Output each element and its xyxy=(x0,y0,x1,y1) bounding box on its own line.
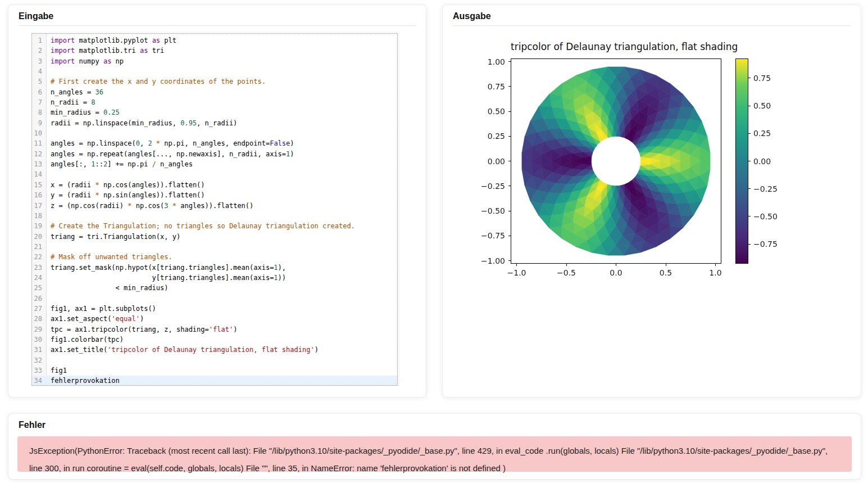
line-number: 23 xyxy=(32,263,46,273)
y-tick-label: 0.00 xyxy=(461,156,505,166)
code-line[interactable]: 26 xyxy=(32,294,397,304)
code-line-text: import matplotlib.pyplot as plt xyxy=(46,35,397,46)
line-number: 15 xyxy=(32,180,46,190)
line-number: 26 xyxy=(32,294,46,304)
code-line[interactable]: 3import numpy as np xyxy=(32,56,397,66)
line-number: 8 xyxy=(32,107,46,118)
code-line[interactable]: 28ax1.set_aspect('equal') xyxy=(32,314,397,324)
code-line[interactable]: 18 xyxy=(32,211,397,221)
code-line[interactable]: 21 xyxy=(32,242,397,252)
tick-mark xyxy=(508,186,511,186)
input-panel: Eingabe 1import matplotlib.pyplot as plt… xyxy=(8,4,426,398)
code-line-text: # Create the Triangulation; no triangles… xyxy=(46,221,397,231)
code-line[interactable]: 5# First create the x and y coordinates … xyxy=(32,76,397,87)
code-line-text: triang = tri.Triangulation(x, y) xyxy=(46,232,397,242)
code-line[interactable]: 4 xyxy=(32,66,397,76)
code-line[interactable]: 27fig1, ax1 = plt.subplots() xyxy=(32,304,397,314)
y-tick-label: −0.50 xyxy=(461,206,505,216)
code-line[interactable]: 31ax1.set_title('tripcolor of Delaunay t… xyxy=(32,345,397,355)
line-number: 31 xyxy=(32,345,46,355)
tick-mark xyxy=(508,61,511,62)
tick-mark xyxy=(508,161,511,161)
code-line[interactable]: 13angles[:, 1::2] += np.pi / n_angles xyxy=(32,159,397,169)
code-line[interactable]: 8min_radius = 0.25 xyxy=(32,107,397,118)
code-line-text: # First create the x and y coordinates o… xyxy=(46,76,397,87)
code-line[interactable]: 7n_radii = 8 xyxy=(32,97,397,107)
x-tick-label: 0.0 xyxy=(599,268,633,278)
colorbar-tick-label: 0.75 xyxy=(753,73,787,83)
code-line[interactable]: 22# Mask off unwanted triangles. xyxy=(32,252,397,262)
code-line-text: fehlerprovokation xyxy=(46,376,397,386)
line-number: 4 xyxy=(32,66,46,76)
line-number: 14 xyxy=(32,169,46,179)
line-number: 10 xyxy=(32,128,46,138)
code-line-text: angles[:, 1::2] += np.pi / n_angles xyxy=(46,159,397,169)
tick-mark xyxy=(748,188,751,189)
tick-mark xyxy=(508,136,511,137)
code-line[interactable]: 1import matplotlib.pyplot as plt xyxy=(32,35,397,46)
code-line[interactable]: 33fig1 xyxy=(32,365,397,376)
code-line[interactable]: 25 < min_radius) xyxy=(32,283,397,293)
code-line[interactable]: 29tpc = ax1.tripcolor(triang, z, shading… xyxy=(32,324,397,335)
code-line[interactable]: 15x = (radii * np.cos(angles)).flatten() xyxy=(32,180,397,190)
tick-mark xyxy=(616,264,616,266)
tick-mark xyxy=(666,264,666,266)
line-number: 1 xyxy=(32,35,46,46)
line-number: 25 xyxy=(32,283,46,293)
line-number: 30 xyxy=(32,335,46,345)
line-number: 33 xyxy=(32,365,46,376)
x-tick-label: −1.0 xyxy=(500,268,534,278)
code-line[interactable]: 19# Create the Triangulation; no triangl… xyxy=(32,221,397,231)
tick-mark xyxy=(715,264,716,266)
code-line[interactable]: 6n_angles = 36 xyxy=(32,87,397,97)
code-line-text: radii = np.linspace(min_radius, 0.95, n_… xyxy=(46,118,397,128)
code-line[interactable]: 30fig1.colorbar(tpc) xyxy=(32,335,397,345)
code-line[interactable]: 12angles = np.repeat(angles[..., np.newa… xyxy=(32,149,397,159)
tick-mark xyxy=(748,161,751,161)
code-line[interactable]: 23triang.set_mask(np.hypot(x[triang.tria… xyxy=(32,263,397,273)
tick-mark xyxy=(508,86,511,87)
code-line[interactable]: 9radii = np.linspace(min_radius, 0.95, n… xyxy=(32,118,397,128)
tick-mark xyxy=(508,236,511,236)
colorbar-tick-label: −0.75 xyxy=(753,239,787,249)
colorbar-canvas xyxy=(735,58,748,264)
code-line-text xyxy=(46,169,397,179)
code-line-text: ax1.set_title('tripcolor of Delaunay tri… xyxy=(46,345,397,355)
code-line-text: z = (np.cos(radii) * np.cos(3 * angles))… xyxy=(46,201,397,211)
code-line-text: y = (radii * np.sin(angles)).flatten() xyxy=(46,190,397,200)
code-line-text: angles = np.repeat(angles[..., np.newaxi… xyxy=(46,149,397,159)
line-number: 12 xyxy=(32,149,46,159)
code-editor[interactable]: 1import matplotlib.pyplot as plt2import … xyxy=(31,33,398,386)
code-line-text: ax1.set_aspect('equal') xyxy=(46,314,397,324)
line-number: 24 xyxy=(32,273,46,283)
tick-mark xyxy=(508,211,511,211)
code-line[interactable]: 17z = (np.cos(radii) * np.cos(3 * angles… xyxy=(32,201,397,211)
code-line-text: min_radius = 0.25 xyxy=(46,107,397,118)
code-line[interactable]: 34fehlerprovokation xyxy=(32,376,397,386)
line-number: 34 xyxy=(32,376,46,386)
colorbar-tick-label: 0.25 xyxy=(753,128,787,138)
code-line[interactable]: 16y = (radii * np.sin(angles)).flatten() xyxy=(32,190,397,200)
y-tick-label: −0.25 xyxy=(461,181,505,191)
code-line[interactable]: 2import matplotlib.tri as tri xyxy=(32,46,397,56)
code-line[interactable]: 20triang = tri.Triangulation(x, y) xyxy=(32,232,397,242)
input-panel-title: Eingabe xyxy=(8,5,426,25)
code-line-text: n_radii = 8 xyxy=(46,97,397,107)
y-tick-label: −0.75 xyxy=(461,231,505,241)
line-number: 28 xyxy=(32,314,46,324)
colorbar-tick-label: −0.25 xyxy=(753,184,787,194)
line-number: 6 xyxy=(32,87,46,97)
code-line-text: tpc = ax1.tripcolor(triang, z, shading='… xyxy=(46,324,397,335)
tick-mark xyxy=(748,133,751,134)
y-tick-label: 0.75 xyxy=(461,82,505,92)
code-line[interactable]: 24 y[triang.triangles].mean(axis=1)) xyxy=(32,273,397,283)
code-line-text: fig1.colorbar(tpc) xyxy=(46,335,397,345)
input-panel-divider xyxy=(19,25,416,26)
line-number: 18 xyxy=(32,211,46,221)
code-line[interactable]: 11angles = np.linspace(0, 2 * np.pi, n_a… xyxy=(32,138,397,148)
code-line[interactable]: 10 xyxy=(32,128,397,138)
code-line[interactable]: 14 xyxy=(32,169,397,179)
code-line[interactable]: 32 xyxy=(32,355,397,365)
colorbar-tick-label: −0.50 xyxy=(753,211,787,222)
output-panel: Ausgabe tripcolor of Delaunay triangulat… xyxy=(442,4,861,398)
